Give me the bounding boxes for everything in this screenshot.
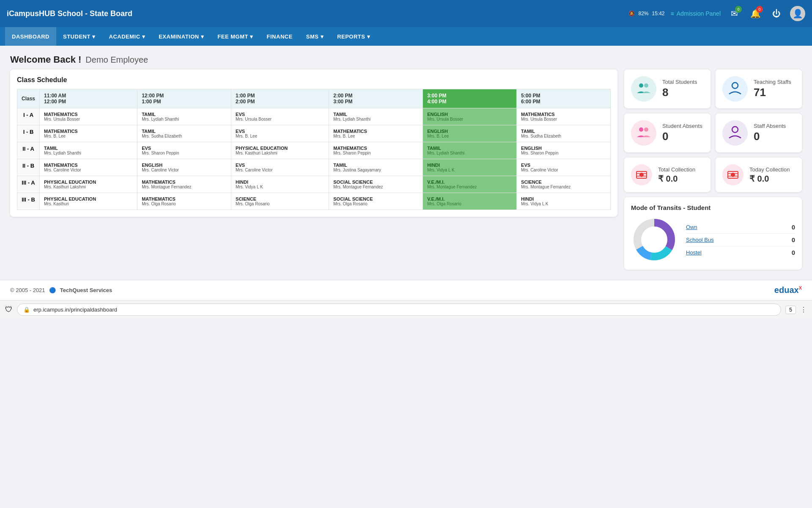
footer-left: © 2005 - 2021 🔵 TechQuest Services: [10, 287, 112, 293]
more-options-icon[interactable]: ⋮: [800, 306, 807, 314]
total-collection-value: ₹ 0.0: [658, 174, 695, 184]
browser-url-bar[interactable]: 🔒 erp.icampus.in/principaldashboard: [17, 304, 781, 316]
schedule-cell: MATHEMATICSMrs. Caroline Victor: [40, 159, 137, 176]
svg-point-1: [644, 83, 648, 88]
svg-point-4: [644, 127, 648, 132]
nav-finance[interactable]: FINANCE: [260, 27, 299, 46]
footer-brand: eduaxX: [774, 285, 802, 295]
table-row: III - APHYSICAL EDUCATIONMrs. Kasthuri L…: [17, 176, 611, 193]
students-icon: [631, 76, 656, 102]
schedule-cell: PHYSICAL EDUCATIONMrs. Kasthuri Lakshmi: [231, 142, 329, 159]
power-button[interactable]: ⏻: [769, 6, 784, 21]
avatar-icon: 👤: [793, 8, 803, 19]
lock-icon: 🔒: [23, 306, 30, 313]
schedule-cell: TAMILMrs. Sudha Elizabeth: [517, 125, 611, 142]
staff-absents-card: Staff Absents 0: [716, 113, 802, 152]
transit-hostel-value: 0: [792, 249, 795, 256]
footer-copyright: © 2005 - 2021: [10, 287, 45, 293]
schedule-cell: HINDIMrs. Vidya L K: [423, 159, 517, 176]
table-row: II - ATAMILMrs. Lydiah ShanthiEVSMrs. Sh…: [17, 142, 611, 159]
class-label: II - A: [17, 142, 40, 159]
transit-title: Mode of Transits - Student: [631, 204, 795, 211]
today-collection-value: ₹ 0.0: [749, 174, 790, 184]
student-absents-label: Student Absents: [662, 123, 702, 129]
col-300: 3:00 PM4:00 PM: [423, 89, 517, 108]
nav-academic[interactable]: ACADEMIC ▾: [102, 27, 152, 46]
total-collection-info: Total Collection ₹ 0.0: [658, 166, 695, 184]
svg-point-3: [639, 127, 643, 132]
admission-panel-button[interactable]: ≡ Admission Panel: [671, 10, 721, 17]
transit-hostel-row: Hostel 0: [686, 246, 795, 259]
teaching-staffs-value: 71: [754, 86, 791, 99]
stats-row-2: Student Absents 0 Staff Absents 0: [624, 113, 802, 152]
class-label: I - B: [17, 125, 40, 142]
svg-point-2: [732, 83, 738, 88]
transit-hostel-label[interactable]: Hostel: [686, 249, 702, 256]
schedule-cell: MATHEMATICSMrs. Olga Rosario: [137, 193, 231, 210]
schedule-cell: MATHEMATICSMrs. Ursula Bosser: [517, 108, 611, 125]
staff-absent-icon: [722, 120, 748, 146]
total-collection-icon: [631, 164, 652, 185]
stats-row-3: Total Collection ₹ 0.0 Today Collection …: [624, 157, 802, 192]
mail-button[interactable]: ✉ 0: [727, 6, 742, 21]
schedule-cell: EVSMrs. Caroline Victor: [517, 159, 611, 176]
schedule-cell: TAMILMrs. Lydiah Shanthi: [40, 142, 137, 159]
schedule-cell: EVSMrs. Caroline Victor: [231, 159, 329, 176]
nav-examination[interactable]: EXAMINATION ▾: [152, 27, 211, 46]
top-bar: iCampusHUB School - State Board 🔕 82% 15…: [0, 0, 812, 27]
top-bar-actions: 🔕 82% 15:42 ≡ Admission Panel ✉ 0 🔔 0 ⏻ …: [628, 6, 805, 21]
welcome-section: Welcome Back ! Demo Employee: [0, 46, 812, 69]
main-layout: Class Schedule Class 11:00 AM12:00 PM 12…: [0, 69, 812, 280]
student-absent-icon: [631, 120, 656, 146]
left-panel: Class Schedule Class 11:00 AM12:00 PM 12…: [10, 69, 617, 270]
tab-count[interactable]: 5: [785, 306, 796, 314]
schedule-cell: TAMILMrs. Justina Sagayamary: [329, 159, 423, 176]
schedule-cell: PHYSICAL EDUCATIONMrs. Kasthuri: [40, 193, 137, 210]
nav-fee-mgmt[interactable]: FEE MGMT ▾: [211, 27, 260, 46]
total-collection-card: Total Collection ₹ 0.0: [624, 157, 710, 192]
mute-icon: 🔕: [628, 11, 635, 17]
svg-point-0: [639, 83, 643, 88]
nav-reports[interactable]: REPORTS ▾: [330, 27, 377, 46]
total-students-value: 8: [662, 86, 697, 99]
footer-vendor: TechQuest Services: [60, 287, 112, 293]
app-title: iCampusHUB School - State Board: [7, 9, 132, 18]
teaching-staffs-info: Teaching Staffs 71: [754, 79, 791, 99]
today-collection-label: Today Collection: [749, 166, 790, 173]
table-row: I - BMATHEMATICSMrs. B. LeeTAMILMrs. Sud…: [17, 125, 611, 142]
system-status: 🔕 82% 15:42: [628, 11, 664, 17]
schedule-cell: TAMILMrs. Sudha Elizabeth: [137, 125, 231, 142]
col-500: 5:00 PM6:00 PM: [517, 89, 611, 108]
nav-sms[interactable]: SMS ▾: [299, 27, 330, 46]
class-label: III - A: [17, 176, 40, 193]
admission-panel-label: Admission Panel: [677, 10, 721, 17]
schedule-cell: TAMILMrs. Lydiah Shanthi: [423, 142, 517, 159]
total-students-label: Total Students: [662, 79, 697, 85]
transit-bus-label[interactable]: School Bus: [686, 237, 714, 243]
schedule-cell: SOCIAL SCIENCEMrs. Olga Rosario: [329, 193, 423, 210]
schedule-cell: V.E./M.I.Mrs. Montague Fernandez: [423, 176, 517, 193]
nav-dashboard[interactable]: DASHBOARD: [5, 27, 56, 46]
battery-status: 82%: [638, 11, 648, 17]
avatar[interactable]: 👤: [790, 6, 805, 21]
today-collection-card: Today Collection ₹ 0.0: [716, 157, 802, 192]
transit-own-row: Own 0: [686, 221, 795, 234]
schedule-cell: EVSMrs. Sharon Peppin: [137, 142, 231, 159]
notification-button[interactable]: 🔔 0: [748, 6, 763, 21]
url-text: erp.icampus.in/principaldashboard: [33, 306, 117, 313]
right-panel: Total Students 8 Teaching Staffs 71: [624, 69, 802, 270]
notif-badge: 0: [756, 6, 763, 13]
nav-student[interactable]: STUDENT ▾: [56, 27, 102, 46]
schedule-cell: MATHEMATICSMrs. B. Lee: [329, 125, 423, 142]
transit-own-label[interactable]: Own: [686, 224, 697, 230]
total-students-info: Total Students 8: [662, 79, 697, 99]
menu-icon: ≡: [671, 10, 674, 17]
transit-card: Mode of Transits - Student Own 0: [624, 197, 802, 270]
schedule-cell: SCIENCEMrs. Montague Fernandez: [517, 176, 611, 193]
staff-absents-info: Staff Absents 0: [754, 123, 786, 143]
student-absents-card: Student Absents 0: [624, 113, 710, 152]
col-class: Class: [17, 89, 40, 108]
transit-own-value: 0: [792, 224, 795, 231]
col-100: 1:00 PM2:00 PM: [231, 89, 329, 108]
table-row: I - AMATHEMATICSMrs. Ursula BosserTAMILM…: [17, 108, 611, 125]
